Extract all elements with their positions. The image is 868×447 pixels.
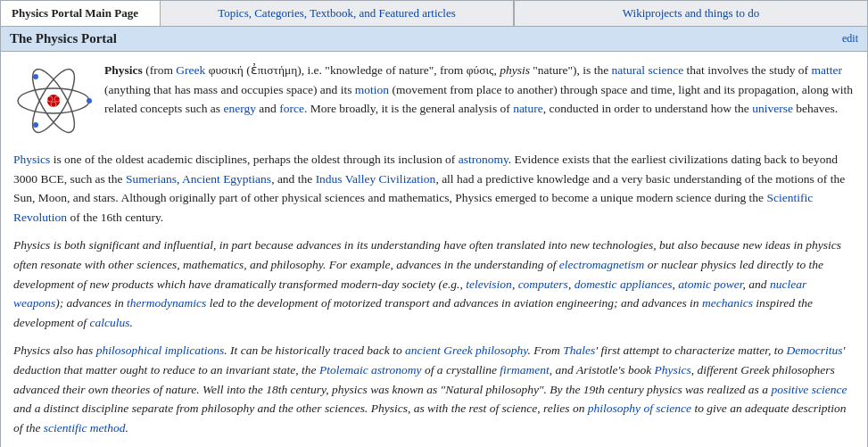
svg-point-6	[51, 102, 56, 107]
svg-point-8	[33, 74, 38, 79]
svg-point-9	[33, 122, 38, 128]
link-atomic-power[interactable]: atomic power	[678, 277, 742, 291]
intro-section: Physics (from Greek φυσική (ἐπιστήμη), i…	[13, 61, 855, 141]
atom-icon	[13, 61, 94, 141]
content-area: Physics (from Greek φυσική (ἐπιστήμη), i…	[0, 52, 868, 447]
link-nature[interactable]: nature	[513, 102, 543, 115]
link-physics-1[interactable]: Physics	[13, 153, 50, 166]
link-sumerians[interactable]: Sumerians	[126, 172, 177, 186]
link-energy[interactable]: energy	[223, 102, 256, 115]
portal-title: The Physics Portal	[10, 31, 117, 46]
link-scientific-method[interactable]: scientific method	[44, 421, 126, 435]
svg-point-7	[87, 98, 92, 103]
para-2: Physics is both significant and influent…	[13, 236, 855, 332]
link-positive-science[interactable]: positive science	[771, 383, 847, 396]
link-ancient-greek-philosophy[interactable]: ancient Greek philosophy	[405, 344, 527, 357]
tab-topics[interactable]: Topics, Categories, Textbook, and Featur…	[161, 0, 514, 26]
link-thales[interactable]: Thales	[563, 344, 595, 357]
link-indus[interactable]: Indus Valley Civilization	[316, 172, 436, 186]
link-democritus[interactable]: Democritus	[787, 344, 843, 357]
link-domestic-appliances[interactable]: domestic appliances	[575, 277, 673, 291]
svg-point-4	[47, 96, 53, 102]
link-physics-book[interactable]: Physics	[655, 363, 691, 377]
tab-bar: Physics Portal Main Page Topics, Categor…	[0, 0, 868, 27]
intro-text: Physics (from Greek φυσική (ἐπιστήμη), i…	[104, 61, 855, 141]
link-electromagnetism[interactable]: electromagnetism	[559, 258, 644, 271]
link-natural-science[interactable]: natural science	[612, 63, 684, 77]
link-computers[interactable]: computers	[518, 277, 568, 291]
link-scientific-revolution[interactable]: Scientific Revolution	[13, 191, 813, 224]
link-greek[interactable]: Greek	[176, 63, 205, 77]
link-philosophical-implications[interactable]: philosophical implications	[96, 344, 225, 357]
para-3: Physics also has philosophical implicati…	[13, 341, 855, 437]
portal-header: The Physics Portal edit	[0, 27, 868, 52]
link-ptolemaic-astronomy[interactable]: Ptolemaic astronomy	[319, 363, 422, 377]
link-calculus[interactable]: calculus	[89, 316, 129, 329]
link-mechanics[interactable]: mechanics	[702, 296, 753, 310]
link-philosophy-of-science[interactable]: philosophy of science	[588, 401, 691, 415]
link-firmament[interactable]: firmament	[500, 363, 550, 377]
para-1: Physics is one of the oldest academic di…	[13, 150, 855, 227]
link-force[interactable]: force	[279, 102, 304, 115]
edit-link[interactable]: edit	[842, 32, 858, 46]
link-television[interactable]: television	[466, 277, 512, 291]
link-motion[interactable]: motion	[355, 83, 389, 96]
link-astronomy[interactable]: astronomy	[459, 153, 508, 166]
link-matter[interactable]: matter	[811, 63, 841, 77]
link-thermodynamics[interactable]: thermodynamics	[127, 296, 206, 310]
link-universe[interactable]: universe	[752, 102, 793, 115]
svg-point-5	[54, 96, 60, 102]
tab-wiki[interactable]: Wikiprojects and things to do	[514, 0, 868, 26]
link-ancient-egyptians[interactable]: Ancient Egyptians	[182, 172, 271, 186]
tab-main[interactable]: Physics Portal Main Page	[0, 0, 161, 26]
